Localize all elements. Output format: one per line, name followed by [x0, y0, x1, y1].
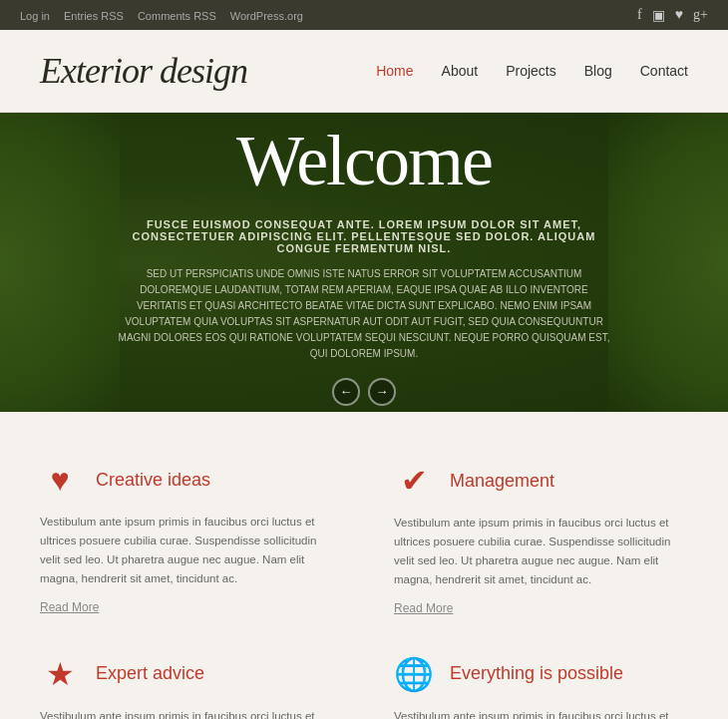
topbar-entries-rss[interactable]: Entries RSS	[64, 10, 124, 22]
feature-expert-advice-title: Expert advice	[96, 663, 204, 684]
hero-subtitle: FUSCE EUISMOD CONSEQUAT ANTE. LOREM IPSU…	[125, 218, 603, 254]
hero-bg-right	[608, 113, 728, 412]
features-section: ♥ Creative ideas Vestibulum ante ipsum p…	[0, 412, 728, 719]
globe-icon: 🌐	[394, 655, 434, 693]
feature-creative-ideas-title: Creative ideas	[96, 470, 210, 491]
topbar-login[interactable]: Log in	[20, 10, 50, 22]
feature-everything-possible-body: Vestibulum ante ipsum primis in faucibus…	[394, 707, 688, 719]
feature-management-read-more[interactable]: Read More	[394, 601, 688, 615]
nav-blog[interactable]: Blog	[584, 63, 612, 79]
feature-creative-ideas-header: ♥ Creative ideas	[40, 462, 334, 499]
nav-projects[interactable]: Projects	[506, 63, 556, 79]
star-icon: ★	[40, 655, 80, 693]
feature-expert-advice-body: Vestibulum ante ipsum primis in faucibus…	[40, 707, 334, 719]
feature-everything-possible: 🌐 Everything is possible Vestibulum ante…	[394, 655, 688, 719]
site-logo: Exterior design	[40, 50, 247, 92]
hero-prev-button[interactable]: ←	[332, 378, 360, 406]
feature-everything-possible-title: Everything is possible	[450, 663, 623, 684]
google-plus-icon[interactable]: g+	[693, 7, 708, 24]
top-bar: Log in Entries RSS Comments RSS WordPres…	[0, 0, 728, 30]
feature-creative-ideas-body: Vestibulum ante ipsum primis in faucibus…	[40, 513, 334, 588]
main-nav: Home About Projects Blog Contact	[376, 63, 688, 79]
feature-expert-advice: ★ Expert advice Vestibulum ante ipsum pr…	[40, 655, 334, 719]
nav-about[interactable]: About	[442, 63, 479, 79]
hero-next-button[interactable]: →	[368, 378, 396, 406]
nav-home[interactable]: Home	[376, 63, 413, 79]
checkmark-icon: ✔	[394, 462, 434, 500]
feature-creative-ideas: ♥ Creative ideas Vestibulum ante ipsum p…	[40, 462, 334, 615]
feature-management-title: Management	[450, 471, 554, 492]
topbar-comments-rss[interactable]: Comments RSS	[138, 10, 216, 22]
feature-management-body: Vestibulum ante ipsum primis in faucibus…	[394, 514, 688, 589]
feature-management-header: ✔ Management	[394, 462, 688, 500]
header: Exterior design Home About Projects Blog…	[0, 30, 728, 113]
feature-creative-ideas-read-more[interactable]: Read More	[40, 600, 334, 614]
hero-section: Welcome FUSCE EUISMOD CONSEQUAT ANTE. LO…	[0, 113, 728, 412]
top-bar-links: Log in Entries RSS Comments RSS WordPres…	[20, 6, 313, 24]
hero-body: SED UT PERSPICIATIS UNDE OMNIS ISTE NATU…	[115, 266, 613, 362]
instagram-icon[interactable]: ▣	[652, 7, 665, 24]
hero-bg-left	[0, 113, 120, 412]
feature-management: ✔ Management Vestibulum ante ipsum primi…	[394, 462, 688, 615]
feature-everything-possible-header: 🌐 Everything is possible	[394, 655, 688, 693]
heart-icon: ♥	[40, 462, 80, 499]
hero-arrows: ← →	[332, 378, 396, 406]
topbar-wordpress[interactable]: WordPress.org	[230, 10, 303, 22]
feature-expert-advice-header: ★ Expert advice	[40, 655, 334, 693]
hero-title: Welcome	[236, 120, 492, 202]
nav-contact[interactable]: Contact	[640, 63, 688, 79]
social-icons: f ▣ ♥ g+	[637, 7, 708, 24]
facebook-icon[interactable]: f	[637, 7, 642, 24]
pinterest-icon[interactable]: ♥	[675, 7, 683, 24]
